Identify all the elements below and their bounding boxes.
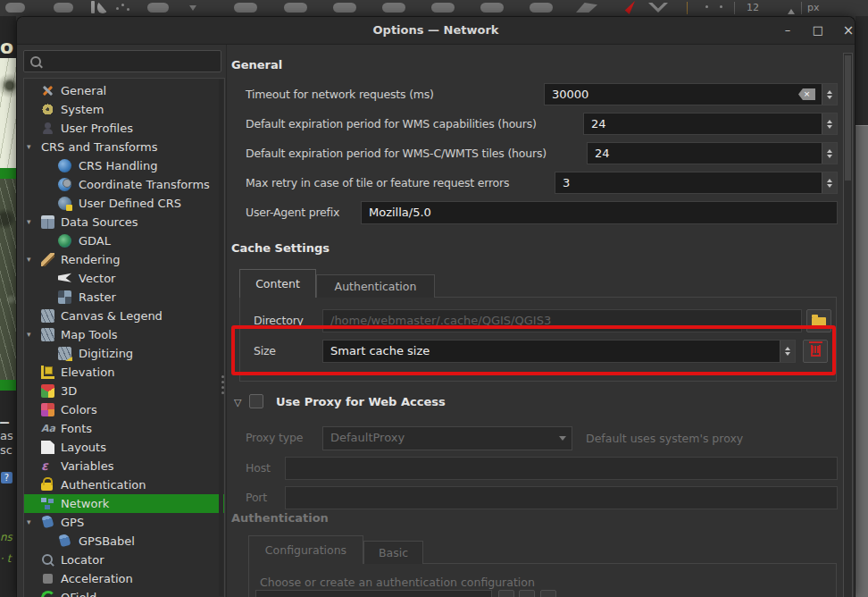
expand-arrow-icon[interactable]: ▾ [27, 513, 31, 532]
gps-icon [59, 534, 71, 547]
elevation-icon [41, 366, 54, 379]
expand-arrow-icon[interactable]: ▾ [27, 325, 31, 344]
close-button[interactable]: × [839, 17, 855, 44]
map-thumbnail-light [0, 58, 16, 168]
tools-icon [41, 84, 54, 97]
toolbar-separator [687, 2, 688, 14]
sidebar-item-general[interactable]: General [24, 81, 224, 100]
dialog-title: Options — Network [17, 17, 855, 44]
sidebar-item-qfield[interactable]: QField [24, 588, 224, 597]
clear-field-icon[interactable]: × [798, 88, 815, 100]
search-icon [30, 56, 41, 67]
sidebar-item-map-tools[interactable]: ▾Map Tools [24, 325, 224, 344]
selected-layer-row [0, 380, 16, 391]
collapse-arrow-icon[interactable]: ▽ [234, 397, 241, 408]
globe-green-icon [58, 234, 71, 248]
sidebar-item-rendering[interactable]: ▾Rendering [24, 250, 224, 269]
max-retry-spinner[interactable] [822, 172, 837, 193]
dropdown-arrow-icon [189, 5, 196, 11]
sidebar-item-raster[interactable]: Raster [24, 288, 224, 307]
sidebar-item-3d[interactable]: 3D [24, 382, 224, 400]
globe-star-icon [58, 197, 71, 210]
sidebar-item-gdal[interactable]: GDAL [24, 231, 224, 250]
max-retry-value: 3 [563, 176, 570, 189]
sidebar-item-authentication[interactable]: Authentication [24, 475, 224, 494]
options-search-input[interactable] [23, 50, 221, 72]
main-scrollbar-thumb[interactable] [845, 55, 851, 181]
splitter-grip[interactable] [221, 373, 224, 397]
globe-icon [58, 159, 71, 172]
wms-expiry-label: Default expiration period for WMS capabi… [246, 113, 537, 135]
sidebar-item-gps[interactable]: ▾GPS [24, 513, 224, 532]
vector-icon [58, 272, 71, 285]
toolbar-separator [734, 2, 735, 14]
expand-arrow-icon[interactable]: ▾ [27, 250, 31, 269]
expand-arrow-icon[interactable]: ▾ [27, 138, 31, 156]
background-right-panel [855, 125, 868, 597]
sidebar-item-user-defined-crs[interactable]: User Defined CRS [24, 194, 224, 213]
polyline-icon [648, 3, 668, 13]
spin-up-icon [788, 5, 795, 14]
square-icon [43, 574, 53, 584]
tool-icon [284, 3, 307, 13]
sidebar-item-acceleration[interactable]: Acceleration [24, 569, 224, 588]
sidebar-item-colors[interactable]: Colors [24, 400, 224, 419]
annotation-pen-icon [622, 1, 635, 14]
tab-content[interactable]: Content [239, 269, 316, 298]
minimize-button[interactable]: – [778, 17, 797, 44]
table-icon [41, 215, 54, 229]
main-scrollbar[interactable] [843, 53, 853, 597]
sidebar-item-fonts[interactable]: AaFonts [24, 419, 224, 438]
wms-expiry-input[interactable]: 24 [583, 113, 838, 135]
lock-icon [41, 483, 53, 491]
sidebar-item-variables[interactable]: εVariables [24, 457, 224, 475]
max-retry-input[interactable]: 3 [555, 172, 838, 194]
wms-expiry-spinner[interactable] [822, 114, 837, 134]
sidebar-item-elevation[interactable]: Elevation [24, 363, 224, 382]
redo-icon [54, 3, 73, 13]
sidebar-item-coordinate-transforms[interactable]: Coordinate Transforms [24, 175, 224, 194]
tab-authentication[interactable]: Authentication [316, 274, 435, 298]
use-proxy-checkbox[interactable] [249, 394, 263, 408]
sidebar-item-layouts[interactable]: Layouts [24, 438, 224, 457]
auth-tab-panel [248, 563, 837, 597]
auth-heading: Authentication [231, 511, 329, 525]
tool-icon [530, 3, 553, 13]
cache-settings-heading: Cache Settings [231, 241, 330, 255]
sidebar-scrollbar[interactable] [219, 80, 223, 596]
proxy-type-value: DefaultProxy [330, 431, 405, 444]
sidebar-item-system[interactable]: System [24, 100, 224, 119]
selected-layer-row [0, 168, 16, 179]
wmts-expiry-spinner[interactable] [822, 143, 837, 164]
user-agent-input[interactable]: Mozilla/5.0 [361, 201, 838, 224]
wmts-expiry-input[interactable]: 24 [587, 142, 838, 164]
dialog-titlebar[interactable]: Options — Network – □ × [17, 17, 855, 45]
timeout-spinner[interactable] [822, 84, 837, 105]
sidebar-item-network[interactable]: Network [24, 494, 224, 513]
brush-icon [41, 253, 54, 266]
cube-icon [41, 384, 54, 398]
map-icon [41, 328, 54, 341]
tool-icon [147, 3, 169, 13]
sidebar-item-digitizing[interactable]: Digitizing [24, 344, 224, 363]
use-proxy-label[interactable]: Use Proxy for Web Access [276, 395, 446, 408]
sidebar-item-gpsbabel[interactable]: GPSBabel [24, 532, 224, 551]
sidebar-item-crs-and-transforms[interactable]: ▾CRS and Transforms [24, 138, 224, 156]
maximize-button[interactable]: □ [808, 17, 828, 44]
sidebar-item-crs-handling[interactable]: CRS Handling [24, 156, 224, 175]
timeout-value: 30000 [552, 88, 588, 101]
proxy-note: Default uses system's proxy [586, 427, 743, 450]
sidebar-item-canvas-legend[interactable]: Canvas & Legend [24, 307, 224, 325]
sidebar-item-user-profiles[interactable]: User Profiles [24, 119, 224, 138]
sidebar-item-locator[interactable]: Locator [24, 551, 224, 569]
globe-clock-icon [58, 178, 71, 191]
timeout-input[interactable]: 30000 × [544, 83, 838, 105]
sidebar-item-vector[interactable]: Vector [24, 269, 224, 288]
console-text-fragment: ns [0, 531, 13, 543]
layouts-icon [41, 441, 54, 454]
wmts-expiry-value: 24 [595, 147, 610, 160]
host-label: Host [246, 457, 271, 479]
expand-arrow-icon[interactable]: ▾ [27, 213, 31, 231]
panel-text-fragment: as [0, 429, 13, 442]
sidebar-item-data-sources[interactable]: ▾Data Sources [24, 213, 224, 231]
